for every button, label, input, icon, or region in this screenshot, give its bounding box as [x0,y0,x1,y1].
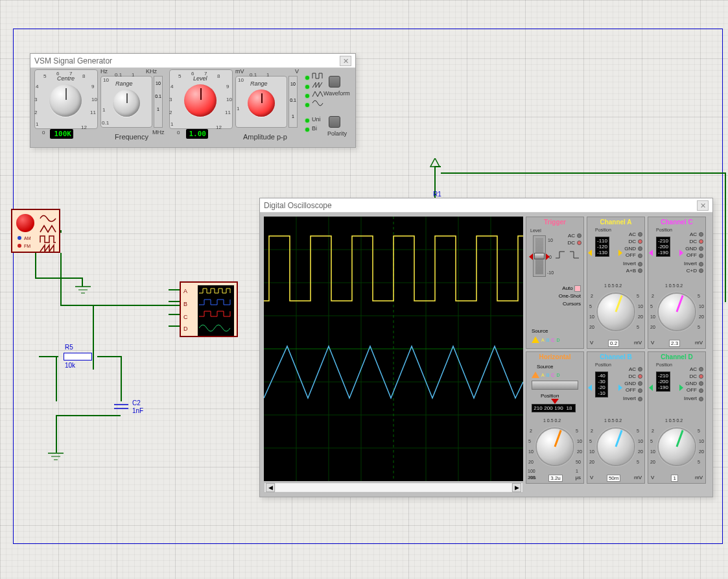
tick: 5 [650,439,653,443]
src-a[interactable]: A [541,373,545,377]
level-knob[interactable] [184,84,217,117]
auto-toggle[interactable] [574,285,581,292]
horizontal-source-strip[interactable]: A B C D [532,372,559,378]
dc-option[interactable] [638,374,642,379]
channel-a-title: Channel A [589,219,643,226]
scroll-track[interactable] [276,484,511,491]
src-d[interactable]: D [556,338,559,342]
gnd-option[interactable] [699,246,703,251]
src-b[interactable]: B [546,338,550,342]
voltsdiv-dial[interactable] [598,294,634,330]
dial-top-scale: 1 0.5 0.2 [604,283,622,288]
value[interactable]: 2.3 [669,340,680,347]
src-c[interactable]: C [551,338,554,342]
ac-option[interactable] [577,233,581,238]
invert-option[interactable] [638,262,642,266]
position-label: Position [595,228,611,232]
position-label: Position [595,362,611,367]
oscilloscope-component[interactable]: A B C D [180,281,238,337]
svg-marker-0 [430,158,440,167]
amp-range-knob[interactable] [248,89,275,117]
wire [56,415,121,416]
oneshot-label: One-Shot [559,293,581,299]
horizontal-scrollbar[interactable]: ◀ ▶ [264,482,523,493]
position-spinner[interactable]: -110 -120 -130 [595,237,609,257]
tick: 10 [103,77,109,83]
ac-option[interactable] [699,232,703,237]
resistor-r5[interactable] [58,351,97,362]
invert-option[interactable] [638,397,642,401]
tick: -10 [547,270,554,275]
ac-option[interactable] [699,367,703,372]
dc-option[interactable] [577,241,581,245]
voltsdiv-dial[interactable] [598,429,634,465]
signal-generator-window[interactable]: VSM Signal Generator ✕ Centre 1 2 3 4 5 … [30,53,356,148]
window-titlebar[interactable]: VSM Signal Generator ✕ [30,54,355,68]
off-option[interactable] [699,254,703,258]
tick: 1 [36,121,38,127]
oscilloscope-display[interactable] [264,217,523,481]
window-titlebar[interactable]: Digital Oscilloscope ✕ [260,198,712,213]
tick: 10 [528,449,534,454]
aplusb-option[interactable] [638,268,642,273]
src-b[interactable]: B [546,373,550,377]
ac-option[interactable] [638,232,642,237]
centre-knob[interactable] [49,84,82,117]
ac-option[interactable] [638,367,642,372]
invert-option[interactable] [699,262,703,266]
cplusd-option[interactable] [699,268,703,273]
close-button[interactable]: ✕ [697,200,709,211]
oscilloscope-window[interactable]: Digital Oscilloscope ✕ [259,198,713,497]
dc-option[interactable] [638,239,642,244]
position-spinner[interactable]: -210 -200 -190 [656,237,670,257]
rising-edge-icon[interactable] [554,250,567,260]
unit-right: mV [634,475,642,482]
tick: 20 [589,460,594,464]
unit-left: V [590,340,593,347]
trigger-source-strip[interactable]: A B C D [532,337,559,343]
wire [60,230,62,233]
triangle-marker-icon [532,337,539,343]
dc-option[interactable] [699,374,703,379]
src-c[interactable]: C [551,373,554,377]
timebase-value[interactable]: 3.2u [548,475,563,482]
horizontal-source-slider[interactable] [532,381,578,390]
horizontal-panel: Horizontal Source A B C D Position 210 2… [526,351,584,484]
src-a[interactable]: A [541,338,545,342]
dc-option[interactable] [699,239,703,244]
position-spinner[interactable]: 210 200 190 18 [532,404,576,412]
tick: 5 [637,460,639,464]
channel-d-panel: Channel D Position -210 -200 -190 AC DC … [648,351,706,484]
position-spinner[interactable]: -210 -200 -190 [656,372,670,392]
position-spinner[interactable]: -40 -30 -20 -10 [595,372,608,397]
freq-range-knob[interactable] [113,89,140,117]
voltsdiv-dial[interactable] [659,294,695,330]
off-option[interactable] [638,388,642,393]
value[interactable]: 0.2 [608,340,619,347]
signal-generator-component[interactable]: AM FM [11,209,60,253]
waveform-button[interactable] [329,76,340,88]
uni-label: Uni [312,116,321,123]
wire [35,253,36,279]
unit-right: mV [695,340,703,347]
off-option[interactable] [638,254,642,258]
falling-edge-icon[interactable] [569,250,581,260]
value[interactable]: 1 [671,475,677,482]
invert-option[interactable] [699,397,703,401]
timebase-dial[interactable] [537,429,573,465]
scroll-left-button[interactable]: ◀ [266,483,275,492]
voltsdiv-dial[interactable] [659,429,695,465]
level-slider[interactable] [533,235,546,277]
off-option[interactable] [699,388,703,393]
sine-icon [312,99,323,107]
tick: 5 [637,294,639,298]
scroll-right-button[interactable]: ▶ [512,483,521,492]
pos-val: -210 [658,373,668,379]
src-d[interactable]: D [556,373,559,377]
gnd-option[interactable] [699,381,703,386]
value[interactable]: 50m [607,475,621,482]
gnd-option[interactable] [638,381,642,386]
gnd-option[interactable] [638,246,642,251]
close-button[interactable]: ✕ [340,56,351,66]
polarity-button[interactable] [329,116,340,128]
